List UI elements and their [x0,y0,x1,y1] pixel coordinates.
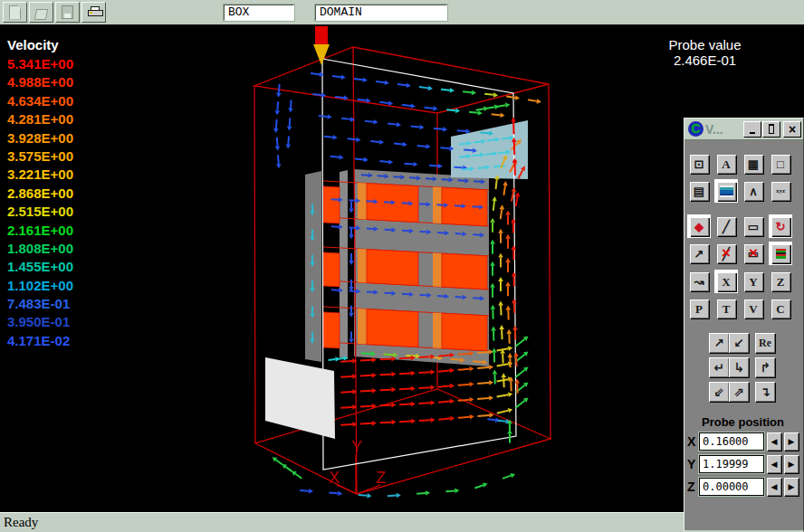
close-icon: × [789,122,796,137]
crossed-out-icon: × [717,244,736,263]
inlet-plate [265,357,335,439]
rotate-down-left-button[interactable]: ↙ [729,333,749,353]
probe-x-field[interactable] [699,432,764,451]
vector-plot-tool-icon: ∧ [749,185,758,197]
main-toolbar [0,0,804,25]
rotate-left-button[interactable]: ↵ [709,357,729,377]
pencil-tool-cell: ╱ [714,214,738,238]
minimize-icon [750,132,755,134]
tilt-down-button[interactable]: ↴ [755,382,775,402]
solid-object-tool-icon: ▤ [694,185,704,197]
new-file-button[interactable] [3,2,27,23]
legend-entry: 3.221E+00 [7,166,73,184]
probe-z-row: Z◀▶ [687,477,803,497]
probe-x-label: X [687,434,699,449]
pointer-arrow-tool[interactable]: ↗ [690,244,709,263]
probe-z-decrement[interactable]: ◀ [767,478,781,496]
print-button[interactable] [81,2,106,23]
palette-titlebar[interactable]: C V... × [684,119,803,140]
concentration-button[interactable]: C [771,299,790,318]
z-plane-button[interactable]: Z [771,272,790,291]
legend-entry: 1.102E+00 [7,277,73,295]
select-region-tool[interactable]: ⊡ [690,155,709,174]
probe-tool[interactable]: ◆ [690,217,709,236]
x-plane-button-icon: X [722,276,730,288]
legend-entry: 1.455E+00 [7,258,73,276]
slice-plane-tool-icon: ▭ [748,221,759,233]
vector-plot-tool[interactable]: ∧ [744,182,763,201]
axes-toggle-tool-icon: xyz [776,188,785,195]
minimize-button[interactable] [743,121,761,138]
legend-colors-tool-icon [776,249,786,259]
outline-toggle-tool[interactable]: □ [771,155,790,174]
save-file-button[interactable] [55,2,80,23]
streamline-tool[interactable]: ↝ [690,272,709,291]
outline-toggle-tool-icon: □ [777,158,784,170]
pointer-arrow-tool-icon: ↗ [694,248,704,260]
concentration-button-icon: C [776,303,784,315]
legend-colors-tool[interactable] [771,244,790,263]
axis-label-y: Y [351,438,362,456]
legend-entry: 2.515E+00 [7,203,73,221]
rotate-up-right-button[interactable]: ↗ [709,333,729,353]
maximize-button[interactable] [762,121,780,138]
text-annotation-tool[interactable]: A [717,155,736,174]
probe-y-increment[interactable]: ▶ [784,455,799,473]
streamline-tool-cell: ↝ [687,270,711,293]
text-annotation-tool-icon: A [722,158,730,170]
slice-plane-tool-cell: ▭ [742,214,765,238]
domain-field[interactable] [315,5,447,21]
pencil-tool[interactable]: ╱ [717,217,736,236]
probe-x-decrement[interactable]: ◀ [767,432,781,451]
crossed-out-icon: × [744,244,763,263]
hide-plane-tool-cell: ▭× [742,242,765,265]
contour-plot-tool[interactable] [717,182,736,201]
pressure-button[interactable]: P [690,299,709,318]
probe-x-increment[interactable]: ▶ [784,432,799,451]
hide-pencil-tool-cell: ╱× [714,242,738,265]
contour-plot-tool-cell [714,179,738,203]
probe-z-label: Z [687,480,699,494]
hide-pencil-tool[interactable]: ╱× [717,244,736,263]
probe-tool-cell: ◆ [687,214,711,238]
x-plane-button-cell: X [714,270,738,293]
open-file-button[interactable] [29,2,53,23]
legend-entry: 3.928E+00 [7,129,73,147]
slice-plane-tool[interactable]: ▭ [744,217,763,236]
probe-z-increment[interactable]: ▶ [784,478,799,496]
text-annotation-tool-cell: A [714,152,738,176]
legend-entry: 4.281E+00 [7,110,73,128]
object-name-field[interactable] [224,5,294,21]
legend-entry: 5.341E+00 [7,55,73,73]
y-plane-button[interactable]: Y [744,272,763,291]
tool-palette-window: C V... × ⊡A▦□▤∧xyz◆╱▭↻↗╱×▭×↝XYZPTVC ↗↙Re… [684,118,804,532]
legend-entry: 3.575E+00 [7,147,73,166]
solid-object-tool-cell: ▤ [687,179,711,203]
reset-view-button[interactable]: Re [755,333,775,353]
roll-right-button[interactable]: ⇗ [729,382,749,402]
hide-plane-tool[interactable]: ▭× [744,244,763,263]
x-plane-button[interactable]: X [717,272,736,291]
mesh-toggle-tool[interactable]: ▦ [744,155,763,174]
axis-label-x: X [329,469,340,487]
velocity-button[interactable]: V [744,299,763,318]
probe-y-field[interactable] [699,455,764,473]
probe-x-row: X◀▶ [687,432,803,451]
solid-object-tool[interactable]: ▤ [690,182,709,201]
probe-y-row: Y◀▶ [687,454,803,474]
probe-z-field[interactable] [699,478,764,496]
close-button[interactable]: × [783,121,801,138]
roll-left-button[interactable]: ⇙ [709,382,729,402]
rotate-right-button[interactable]: ↳ [729,357,749,377]
axes-toggle-tool[interactable]: xyz [771,182,790,201]
tilt-up-button[interactable]: ↱ [755,357,775,377]
probe-tool-icon: ◆ [694,221,704,233]
axis-label-z: Z [376,469,386,487]
temperature-button-cell: T [714,297,738,320]
rotate-object-tool[interactable]: ↻ [771,217,790,236]
mesh-toggle-tool-cell: ▦ [742,152,765,176]
temperature-button[interactable]: T [717,299,736,318]
temperature-button-icon: T [723,303,731,315]
probe-y-decrement[interactable]: ◀ [767,455,781,473]
outline-toggle-tool-cell: □ [769,152,792,176]
